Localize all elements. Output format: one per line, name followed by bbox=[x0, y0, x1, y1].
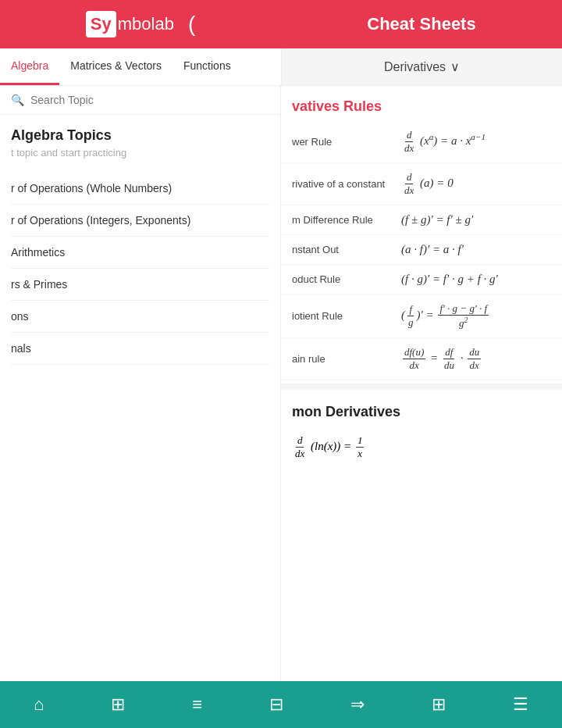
arrow-right-icon[interactable]: ⇒ bbox=[350, 694, 365, 715]
rule-formula: (f · g)′ = f′ · g + f · g′ bbox=[401, 273, 551, 286]
rule-formula: (a · f)′ = a · f′ bbox=[401, 243, 551, 256]
formula-chain: df(u)dx = dfdu · dudx bbox=[401, 346, 482, 372]
rule-formula: (f ± g)′ = f′ ± g′ bbox=[401, 213, 551, 227]
formula-quotient: (fg)′ = f′ · g − g′ · f g2 bbox=[401, 302, 490, 330]
derivatives-rules-title: vatives Rules bbox=[281, 86, 562, 121]
tab-functions[interactable]: Functions bbox=[173, 48, 242, 85]
formula-constant-out: (a · f)′ = a · f′ bbox=[401, 243, 464, 256]
rule-name: wer Rule bbox=[292, 136, 401, 148]
rule-formula: ddx (a) = 0 bbox=[401, 171, 551, 197]
search-input[interactable] bbox=[30, 94, 269, 106]
derivatives-label: Derivatives bbox=[384, 60, 446, 74]
main-layout: 🔍 Algebra Topics t topic and start pract… bbox=[0, 86, 562, 681]
section-divider bbox=[281, 384, 562, 390]
tab-algebra[interactable]: Algebra bbox=[0, 48, 59, 85]
table-row: m Difference Rule (f ± g)′ = f′ ± g′ bbox=[281, 205, 562, 235]
algebra-topics-subtitle: t topic and start practicing bbox=[11, 147, 269, 159]
logo: Sy mbolab bbox=[86, 11, 174, 37]
table-row: oduct Rule (f · g)′ = f′ · g + f · g′ bbox=[281, 265, 562, 294]
left-content: Algebra Topics t topic and start practic… bbox=[0, 115, 280, 377]
search-bar: 🔍 bbox=[0, 86, 280, 115]
formula-ln: ddx (ln(x)) = 1x bbox=[292, 440, 365, 452]
rule-formula: (fg)′ = f′ · g − g′ · f g2 bbox=[401, 302, 551, 330]
rule-name: ain rule bbox=[292, 353, 401, 365]
logo-rest: mbolab bbox=[118, 14, 174, 34]
table-row: ain rule df(u)dx = dfdu · dudx bbox=[281, 338, 562, 380]
tab-divider: Derivatives ∨ bbox=[281, 48, 562, 85]
rule-formula: df(u)dx = dfdu · dudx bbox=[401, 346, 551, 372]
list2-icon[interactable]: ☰ bbox=[513, 694, 528, 715]
card-icon[interactable]: ⊟ bbox=[269, 694, 283, 715]
chevron-down-icon: ∨ bbox=[450, 59, 460, 74]
table-row: rivative of a constant ddx (a) = 0 bbox=[281, 163, 562, 205]
right-panel: vatives Rules wer Rule ddx (xa) = a · xa… bbox=[281, 86, 562, 681]
bottom-nav: ⌂ ⊞ ≡ ⊟ ⇒ ⊞ ☰ bbox=[0, 681, 562, 728]
header-right: Cheat Sheets bbox=[281, 14, 562, 34]
list-icon[interactable]: ≡ bbox=[192, 694, 202, 715]
header: Sy mbolab ( Cheat Sheets bbox=[0, 0, 562, 48]
rule-name: rivative of a constant bbox=[292, 178, 401, 190]
home-icon[interactable]: ⌂ bbox=[34, 694, 44, 715]
formula-sum-diff: (f ± g)′ = f′ ± g′ bbox=[401, 213, 473, 227]
rule-name: m Difference Rule bbox=[292, 214, 401, 226]
tab-matrices-vectors[interactable]: Matrices & Vectors bbox=[59, 48, 173, 85]
algebra-topics-title: Algebra Topics bbox=[11, 127, 269, 144]
table-row: iotient Rule (fg)′ = f′ · g − g′ · f g2 bbox=[281, 294, 562, 338]
list-item[interactable]: ons bbox=[11, 301, 269, 333]
formula-product: (f · g)′ = f′ · g + f · g′ bbox=[401, 273, 498, 286]
list-item[interactable]: r of Operations (Integers, Exponents) bbox=[11, 205, 269, 237]
formula-constant: ddx (a) = 0 bbox=[401, 171, 454, 197]
header-left: Sy mbolab ( bbox=[0, 11, 281, 37]
cheat-sheets-title: Cheat Sheets bbox=[367, 14, 475, 34]
logo-sy: Sy bbox=[86, 11, 116, 37]
table-row: nstant Out (a · f)′ = a · f′ bbox=[281, 235, 562, 265]
list-item[interactable]: r of Operations (Whole Numbers) bbox=[11, 173, 269, 205]
list-item[interactable]: Arithmetics bbox=[11, 237, 269, 269]
rule-name: iotient Rule bbox=[292, 310, 401, 322]
tab-bar: Algebra Matrices & Vectors Functions Der… bbox=[0, 48, 562, 86]
formula-block: ddx (ln(x)) = 1x bbox=[281, 426, 562, 468]
formula-power: ddx (xa) = a · xa−1 bbox=[401, 129, 486, 155]
search-icon: 🔍 bbox=[11, 94, 24, 106]
rule-name: nstant Out bbox=[292, 244, 401, 255]
tab-bar-left: Algebra Matrices & Vectors Functions bbox=[0, 48, 281, 85]
rule-formula: ddx (xa) = a · xa−1 bbox=[401, 129, 551, 155]
paren-symbol: ( bbox=[188, 12, 195, 37]
list-item[interactable]: rs & Primes bbox=[11, 269, 269, 301]
common-derivatives-title: mon Derivatives bbox=[281, 393, 562, 426]
rule-name: oduct Rule bbox=[292, 273, 401, 285]
table-row: wer Rule ddx (xa) = a · xa−1 bbox=[281, 121, 562, 163]
derivatives-dropdown[interactable]: Derivatives ∨ bbox=[384, 59, 460, 74]
left-panel: 🔍 Algebra Topics t topic and start pract… bbox=[0, 86, 281, 681]
list-item[interactable]: nals bbox=[11, 333, 269, 365]
grid2-icon[interactable]: ⊞ bbox=[432, 694, 446, 715]
grid-icon[interactable]: ⊞ bbox=[111, 694, 125, 715]
